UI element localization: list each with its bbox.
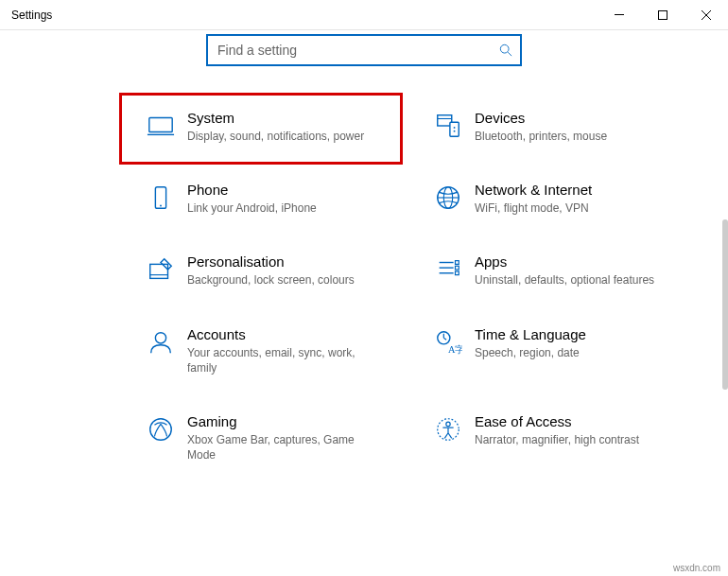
- svg-point-13: [160, 205, 162, 207]
- category-title: Gaming: [187, 413, 384, 429]
- scrollbar-thumb[interactable]: [722, 219, 728, 390]
- category-sub: Bluetooth, printers, mouse: [475, 129, 607, 144]
- category-title: Network & Internet: [475, 182, 592, 198]
- minimize-button[interactable]: [598, 0, 641, 30]
- phone-icon: [140, 182, 182, 216]
- svg-rect-5: [149, 118, 172, 132]
- svg-line-36: [448, 433, 452, 439]
- svg-line-4: [508, 52, 511, 56]
- gaming-icon: [140, 413, 182, 463]
- svg-point-32: [446, 422, 450, 426]
- svg-point-25: [155, 332, 165, 342]
- minimize-icon: [615, 14, 624, 15]
- svg-point-10: [454, 127, 456, 129]
- category-sub: Narrator, magnifier, high contrast: [475, 432, 639, 447]
- svg-rect-0: [659, 10, 667, 19]
- category-title: Ease of Access: [475, 413, 639, 429]
- window-title: Settings: [0, 9, 598, 22]
- svg-rect-22: [456, 261, 459, 265]
- search-icon: [492, 44, 520, 57]
- category-title: Personalisation: [187, 253, 355, 270]
- accounts-icon: [140, 326, 182, 375]
- svg-text:A字: A字: [448, 344, 462, 355]
- svg-rect-24: [456, 271, 459, 275]
- category-personalisation[interactable]: Personalisation Background, lock screen,…: [119, 236, 403, 308]
- svg-point-3: [500, 44, 509, 53]
- category-sub: Xbox Game Bar, captures, Game Mode: [187, 432, 384, 463]
- svg-line-35: [444, 433, 448, 439]
- category-sub: Display, sound, notifications, power: [187, 129, 364, 144]
- globe-icon: [427, 182, 469, 216]
- categories-grid: System Display, sound, notifications, po…: [0, 93, 728, 483]
- category-phone[interactable]: Phone Link your Android, iPhone: [119, 165, 403, 236]
- close-icon: [702, 10, 711, 20]
- category-title: Time & Language: [475, 326, 586, 342]
- apps-icon: [427, 253, 469, 288]
- category-sub: Link your Android, iPhone: [187, 201, 317, 216]
- category-title: Phone: [187, 182, 317, 198]
- category-apps[interactable]: Apps Uninstall, defaults, optional featu…: [407, 236, 690, 308]
- category-title: Apps: [475, 253, 654, 270]
- svg-rect-9: [450, 122, 459, 136]
- category-gaming[interactable]: Gaming Xbox Game Bar, captures, Game Mod…: [119, 396, 403, 483]
- search-box[interactable]: [206, 34, 522, 66]
- maximize-button[interactable]: [641, 0, 685, 30]
- category-accounts[interactable]: Accounts Your accounts, email, sync, wor…: [119, 309, 403, 396]
- category-sub: Uninstall, defaults, optional features: [475, 272, 654, 288]
- category-sub: WiFi, flight mode, VPN: [475, 201, 592, 216]
- category-ease-of-access[interactable]: Ease of Access Narrator, magnifier, high…: [407, 396, 690, 483]
- close-button[interactable]: [685, 0, 728, 30]
- category-devices[interactable]: Devices Bluetooth, printers, mouse: [407, 93, 690, 165]
- maximize-icon: [658, 10, 667, 20]
- ease-of-access-icon: [427, 413, 469, 463]
- category-time-language[interactable]: A字 Time & Language Speech, region, date: [407, 309, 690, 396]
- search-container: [0, 30, 728, 93]
- svg-line-28: [443, 338, 446, 340]
- category-network[interactable]: Network & Internet WiFi, flight mode, VP…: [407, 165, 690, 236]
- category-sub: Your accounts, email, sync, work, family: [187, 345, 384, 375]
- system-icon: [140, 110, 182, 144]
- devices-icon: [427, 110, 469, 144]
- time-language-icon: A字: [427, 326, 469, 375]
- svg-point-11: [454, 131, 456, 132]
- personalisation-icon: [140, 253, 182, 288]
- watermark: wsxdn.com: [673, 563, 720, 573]
- category-title: Accounts: [187, 326, 384, 342]
- titlebar: Settings: [0, 0, 728, 30]
- category-system[interactable]: System Display, sound, notifications, po…: [119, 93, 403, 165]
- category-sub: Speech, region, date: [475, 345, 586, 360]
- category-title: Devices: [475, 110, 607, 126]
- svg-rect-23: [456, 267, 459, 271]
- search-input[interactable]: [208, 43, 492, 58]
- category-title: System: [187, 110, 364, 126]
- content-area: System Display, sound, notifications, po…: [0, 30, 728, 576]
- svg-point-30: [150, 419, 172, 441]
- category-sub: Background, lock screen, colours: [187, 272, 355, 288]
